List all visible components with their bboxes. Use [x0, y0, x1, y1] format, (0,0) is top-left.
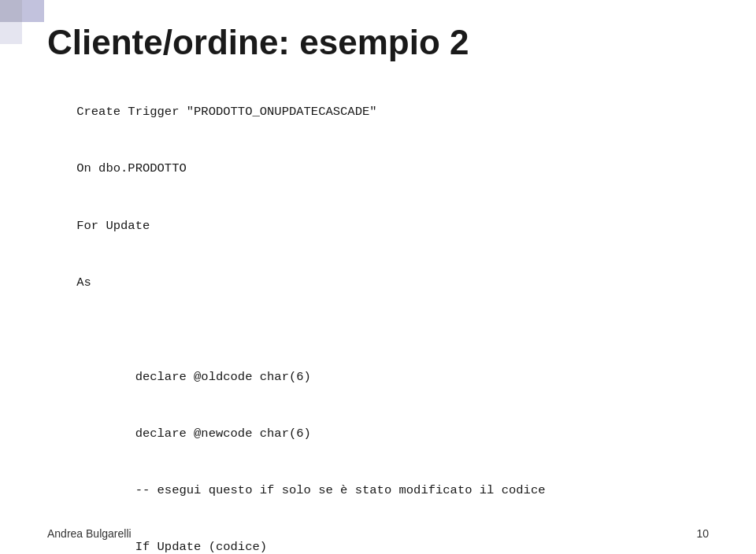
code-line-4: As: [76, 275, 91, 290]
footer: Andrea Bulgarelli 10: [47, 527, 709, 540]
code-line-8: -- esegui questo if solo se è stato modi…: [76, 483, 545, 497]
code-line-2: On dbo.PRODOTTO: [76, 161, 187, 175]
page-container: Cliente/ordine: esempio 2 Create Trigger…: [0, 0, 756, 554]
code-line-3: For Update: [76, 219, 150, 233]
code-block: Create Trigger "PRODOTTO_ONUPDATECASCADE…: [47, 83, 709, 554]
code-line-6: declare @oldcode char(6): [76, 370, 311, 384]
page-title: Cliente/ordine: esempio 2: [47, 24, 709, 61]
footer-page: 10: [696, 527, 709, 540]
footer-author: Andrea Bulgarelli: [47, 527, 132, 540]
code-line-9: If Update (codice): [76, 540, 267, 554]
code-line-7: declare @newcode char(6): [76, 427, 311, 441]
code-line-1: Create Trigger "PRODOTTO_ONUPDATECASCADE…: [76, 105, 376, 119]
